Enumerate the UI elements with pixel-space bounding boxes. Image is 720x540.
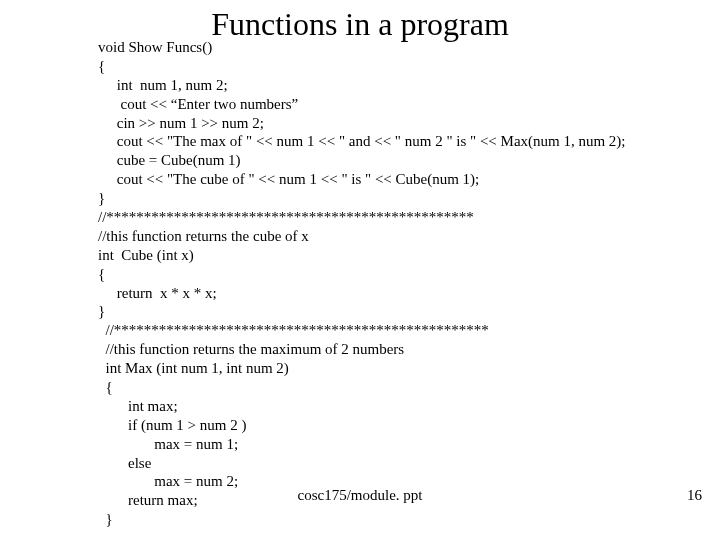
code-line: { [98,58,105,74]
code-line: //this function returns the maximum of 2… [106,341,405,357]
footer-path: cosc175/module. ppt [0,487,720,504]
code-line: cube = Cube(num 1) [98,152,241,168]
code-line: int max; [98,398,178,414]
code-line: cout << “Enter two numbers” [98,96,298,112]
code-line: return x * x * x; [98,285,217,301]
code-line: int num 1, num 2; [98,77,228,93]
page-number: 16 [687,487,702,504]
code-line: //**************************************… [98,209,474,225]
code-line: } [98,303,105,319]
code-block: void Show Funcs() { int num 1, num 2; co… [98,38,658,529]
code-line: { [98,266,105,282]
code-line: cout << "The cube of " << num 1 << " is … [98,171,479,187]
code-line: //**************************************… [106,322,489,338]
code-line: int Cube (int x) [98,247,194,263]
code-line: max = num 1; [98,436,238,452]
slide: Functions in a program void Show Funcs()… [0,0,720,540]
code-line: } [98,190,105,206]
code-line: } [106,511,113,527]
code-line: //this function returns the cube of x [98,228,309,244]
code-line: cin >> num 1 >> num 2; [98,115,264,131]
code-line: if (num 1 > num 2 ) [98,417,246,433]
code-line: void Show Funcs() [98,39,212,55]
code-line: cout << "The max of " << num 1 << " and … [98,133,626,149]
code-line: { [106,379,113,395]
code-line: int Max (int num 1, int num 2) [106,360,289,376]
code-line: else [98,455,151,471]
